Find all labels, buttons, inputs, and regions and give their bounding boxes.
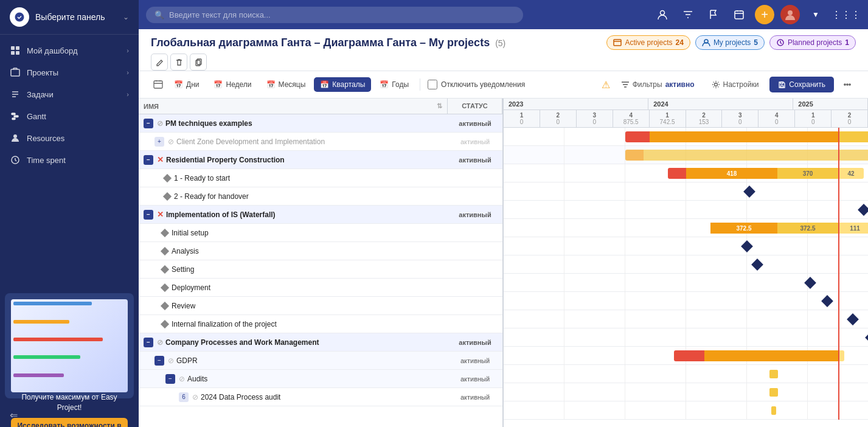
save-button[interactable]: Сохранить — [769, 77, 834, 92]
chevron-down-icon: › — [127, 69, 129, 76]
grid-icon[interactable]: ⋮⋮⋮ — [832, 9, 861, 21]
active-projects-badge[interactable]: Active projects 24 — [606, 35, 690, 50]
notify-checkbox[interactable] — [428, 80, 437, 89]
svg-rect-20 — [154, 81, 162, 88]
task-name: Residential Property Construction — [166, 156, 285, 164]
expand-collapse-button[interactable]: 6 — [179, 392, 189, 402]
sidebar-panel-chevron[interactable]: ⌄ — [123, 13, 129, 21]
task-row: 2 - Ready for handover — [139, 187, 502, 206]
days-icon: 📅 — [174, 80, 183, 89]
filter-icon[interactable] — [678, 5, 698, 24]
notify-toggle: Отключить уведомления — [428, 80, 525, 89]
gantt-cells-bg — [504, 383, 868, 401]
task-name: 2024 Data Process audit — [201, 393, 280, 401]
gantt-row — [504, 365, 868, 383]
gantt-row: 372.5 372.5 111 — [504, 219, 868, 237]
task-row: − ⊘ GDPR активный — [139, 352, 502, 370]
more-options-button[interactable] — [839, 76, 856, 93]
svg-rect-7 — [14, 116, 18, 117]
expand-collapse-button[interactable]: − — [144, 155, 153, 165]
active-badge-count: 24 — [676, 38, 684, 47]
expand-collapse-button[interactable]: − — [144, 119, 153, 128]
sidebar-panel-label: Выберите панель — [35, 12, 117, 22]
sidebar-item-tasks[interactable]: Задачи › — [0, 83, 139, 105]
chevron-down-icon[interactable]: ▼ — [806, 5, 825, 24]
sidebar-item-gantt[interactable]: Gantt — [0, 105, 139, 127]
filters-button[interactable]: Фильтры активно — [615, 77, 701, 92]
weeks-button[interactable]: 📅 Недели — [207, 77, 257, 92]
search-bar[interactable]: 🔍 — [146, 7, 523, 23]
svg-rect-23 — [780, 82, 783, 84]
my-projects-badge[interactable]: My projects 5 — [695, 35, 765, 50]
active-badge-label: Active projects — [625, 38, 672, 47]
settings-button[interactable]: Настройки — [706, 77, 765, 92]
expand-collapse-button[interactable]: − — [165, 374, 175, 384]
flag-icon[interactable] — [704, 5, 723, 24]
main-header: Глобальная диаграмма Ганта – Диаграмма Г… — [139, 29, 868, 71]
sidebar-item-dashboard-label: Мой дашборд — [27, 46, 120, 55]
task-list: Имя ⇅ Статус − ⊘ PM techniques examples … — [139, 99, 504, 427]
gantt-icon — [10, 111, 21, 122]
days-button[interactable]: 📅 Дни — [168, 77, 205, 92]
delete-button[interactable] — [170, 54, 187, 71]
sidebar-item-tasks-label: Задачи — [27, 90, 120, 99]
task-name: Deployment — [172, 283, 210, 292]
edit-button[interactable] — [151, 54, 168, 71]
planned-projects-badge[interactable]: Planned projects 1 — [769, 35, 856, 50]
topbar-icons: + ▼ ⋮⋮⋮ — [653, 5, 861, 24]
expand-collapse-button[interactable]: + — [155, 137, 164, 147]
app-logo-icon — [10, 7, 29, 27]
gantt-row — [504, 310, 868, 328]
sidebar-item-dashboard[interactable]: Мой дашборд › — [0, 40, 139, 61]
years-button[interactable]: 📅 Годы — [373, 77, 415, 92]
sidebar-logo[interactable]: Выберите панель ⌄ — [0, 0, 139, 35]
gantt-cells-bg — [504, 255, 868, 273]
user-icon[interactable] — [653, 5, 672, 24]
gantt-row — [504, 401, 868, 420]
expand-collapse-button[interactable]: − — [155, 356, 164, 366]
my-badge-label: My projects — [713, 38, 751, 47]
diamond-icon — [161, 247, 169, 255]
expand-collapse-button[interactable]: − — [144, 210, 153, 220]
alert-icon: ⚠ — [602, 79, 610, 91]
task-row: − ⊘ Audits активный — [139, 370, 502, 388]
months-button[interactable]: 📅 Месяцы — [260, 77, 312, 92]
sort-icon[interactable]: ⇅ — [437, 102, 442, 110]
avatar[interactable] — [780, 5, 800, 24]
quarter-block: 4875.5 — [613, 110, 650, 127]
bar-yellow-dim2 — [838, 150, 868, 161]
page-title-text: Глобальная диаграмма Ганта – Диаграмма Г… — [151, 36, 490, 49]
copy-button[interactable] — [190, 54, 207, 71]
task-row: Internal finalization of the project — [139, 315, 502, 333]
expand-collapse-button[interactable]: − — [144, 338, 153, 347]
resources-icon — [10, 133, 21, 144]
svg-rect-1 — [11, 46, 15, 50]
gantt-cell — [504, 128, 564, 145]
project-count: (5) — [495, 38, 505, 48]
quarters-button[interactable]: 📅 Кварталы — [314, 77, 371, 92]
gantt-cells-bg — [504, 201, 868, 218]
sidebar-collapse-button[interactable]: ⇐ — [0, 403, 139, 427]
svg-point-24 — [844, 84, 845, 85]
year-2024: 2024 — [648, 99, 793, 109]
add-button[interactable]: + — [755, 5, 774, 24]
sidebar-item-resources[interactable]: Resources — [0, 127, 139, 149]
svg-rect-18 — [197, 59, 201, 64]
svg-rect-6 — [12, 113, 15, 115]
task-name: Client Zone Development and Implementati… — [176, 137, 325, 146]
sidebar-item-timespent[interactable]: Time spent — [0, 149, 139, 171]
years-icon: 📅 — [380, 80, 389, 89]
page-title: Глобальная диаграмма Ганта – Диаграмма Г… — [151, 36, 600, 49]
topbar: 🔍 + ▼ ⋮ — [139, 0, 868, 29]
sidebar-item-projects[interactable]: Проекты › — [0, 61, 139, 83]
calendar-icon[interactable] — [729, 5, 749, 24]
task-status: активный — [448, 339, 502, 346]
sidebar-nav: Мой дашборд › Проекты › Задачи › — [0, 35, 139, 288]
chevron-down-icon: › — [127, 47, 129, 54]
sidebar: Выберите панель ⌄ Мой дашборд › Проекты … — [0, 0, 139, 427]
task-status: активный — [448, 120, 502, 127]
gantt-chart[interactable]: 2023 2024 2025 10 20 30 4875.5 1742.5 21… — [504, 99, 868, 427]
sidebar-promo: Получите максимум от Easy Project! Иссле… — [5, 293, 134, 398]
search-input[interactable] — [169, 10, 515, 19]
gantt-row — [504, 328, 868, 347]
